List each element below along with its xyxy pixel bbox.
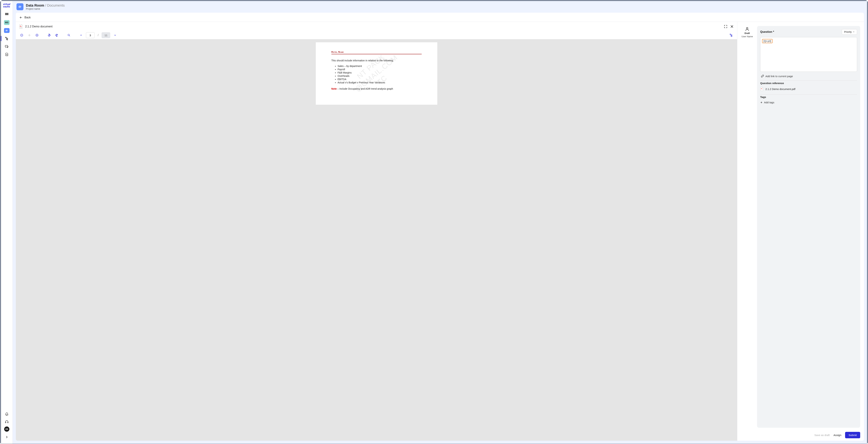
document-page: NT PACK @GMAIL.COM TC Hotel Name This sh… [316,42,437,105]
question-pane: Draft User Name Question * Priority [737,22,864,441]
dataroom-badge: dr [4,28,9,33]
document-title: 2.1.2 Demo document [25,25,721,28]
sidebar-item-support[interactable] [3,418,10,425]
zoom-in-button[interactable] [34,32,40,38]
svg-rect-1 [6,13,7,14]
fit-button[interactable] [27,32,32,38]
arrow-left-icon [19,16,23,19]
sidebar-item-qa[interactable] [3,43,10,50]
back-button[interactable]: Back [16,13,864,22]
page-total: 11 [101,32,110,38]
draft-status: Draft [745,32,750,34]
page-rule [332,54,422,54]
question-panel: Question * Priority [Qr-p3] [757,26,860,428]
svg-point-14 [68,34,69,36]
question-footer: Save as draft Assign Submit [737,430,864,441]
bullet-item: EBITDA [338,78,422,80]
viewer-toolbar: / 11 [16,31,737,39]
grid-icon [5,13,9,16]
caret-down-icon [853,31,855,33]
author-block: Draft User Name [741,26,753,428]
question-label: Question * [760,30,774,33]
sidebar-item-workspace[interactable]: WS [3,19,10,26]
chevron-up-icon [80,34,83,37]
search-icon [67,34,70,37]
svg-rect-7 [7,38,8,39]
sidebar-expand[interactable] [3,434,10,440]
close-icon [730,25,734,28]
svg-rect-2 [7,13,8,14]
fit-icon [28,34,31,37]
document-viewport[interactable]: NT PACK @GMAIL.COM TC Hotel Name This sh… [16,39,737,441]
report-icon [5,53,9,56]
priority-dropdown[interactable]: Priority [842,29,857,35]
user-avatar[interactable]: UN [4,426,9,432]
next-page-button[interactable] [112,32,118,38]
bullet-item: Overheads [338,74,422,77]
breadcrumb-root: Data Room [26,3,44,7]
project-name: Project name [26,7,65,10]
svg-point-18 [746,27,748,29]
add-tags-button[interactable]: Add tags [760,101,857,104]
svg-rect-5 [7,14,8,15]
page-heading: Hotel Name [332,50,422,53]
link-icon [761,74,764,78]
headset-icon [5,420,9,424]
zoom-in-icon [35,34,38,37]
bullet-item: Payroll [338,68,422,71]
add-link-button[interactable]: Add link to current page [760,74,857,78]
chat-icon [5,44,9,48]
page-bullets: Sales – by department Payroll F&B Margin… [338,65,422,84]
question-editor[interactable]: [Qr-p3] [760,37,857,72]
zoom-out-icon [20,34,23,37]
tree-icon [5,37,9,40]
page-number-input[interactable] [86,32,95,38]
reference-file-name: 2.1.2 Demo document.pdf [766,88,796,91]
sidebar-item-apps[interactable] [3,11,10,18]
breadcrumb-leaf: Documents [47,3,65,7]
submit-button[interactable]: Submit [845,432,860,438]
breadcrumb: Data Room / Documents [26,3,65,7]
outline-button[interactable] [728,32,734,38]
svg-rect-4 [6,14,7,15]
sidebar-item-reports[interactable] [3,51,10,58]
page-intro: This should include information in relat… [332,59,422,62]
assign-button[interactable]: Assign [833,434,841,437]
close-document-button[interactable] [730,25,734,29]
prev-page-button[interactable] [78,32,84,38]
add-link-label: Add link to current page [766,75,793,78]
bullet-item: F&B Margins [338,71,422,74]
document-pane: PDF 2.1.2 Demo document [16,22,737,441]
sidebar-item-documents[interactable] [3,35,10,42]
reference-file-row[interactable]: 2.1.2 Demo document.pdf [760,87,857,92]
user-icon [745,27,749,31]
tree-icon [730,33,733,37]
rotate-left-button[interactable] [46,32,52,38]
pdf-icon [760,87,764,91]
question-reference-chip[interactable]: [Qr-p3] [762,39,773,43]
svg-rect-16 [732,35,732,36]
save-draft-button[interactable]: Save as draft [814,434,830,437]
add-tags-label: Add tags [764,101,774,104]
zoom-out-button[interactable] [19,32,25,38]
svg-rect-8 [7,39,8,40]
search-button[interactable] [66,32,72,38]
svg-rect-6 [5,37,6,38]
priority-label: Priority [844,31,852,33]
reference-section-label: Question reference [760,80,857,84]
fullscreen-button[interactable] [723,25,728,29]
workspace-badge: WS [4,20,9,25]
sidebar-item-notifications[interactable] [3,411,10,417]
logo: virtual vaults [3,3,10,8]
header-badge: dr [17,3,24,10]
svg-rect-15 [730,34,731,35]
tags-section-label: Tags [760,94,857,99]
sidebar-item-dataroom[interactable]: dr [3,27,10,34]
fullscreen-icon [724,25,727,28]
sidebar: virtual vaults WS dr UN [1,1,13,444]
page-separator: / [97,34,99,37]
bullet-item: Actual v's Budget v Previous Year Varian… [338,81,422,84]
rotate-right-button[interactable] [54,32,60,38]
svg-rect-10 [7,422,8,423]
bell-icon [5,412,9,416]
